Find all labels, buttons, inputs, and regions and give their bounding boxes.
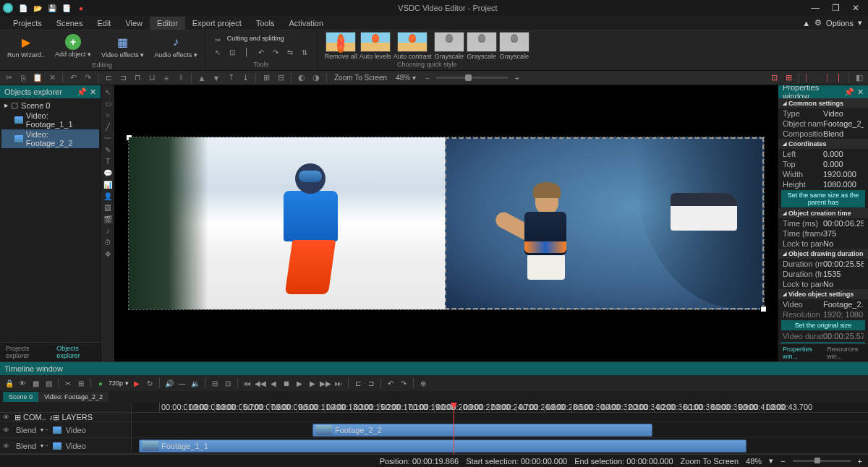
status-zoom-in[interactable]: + (858, 457, 862, 466)
tb-rec[interactable]: ⊡ (768, 72, 780, 84)
section-common[interactable]: Common settings (778, 98, 868, 108)
timeline-ruler[interactable]: 00:00:01.90000:00:03.80000:00:05.70000:0… (132, 403, 868, 413)
pin-icon[interactable]: 📌 (844, 87, 854, 97)
tb-paste[interactable]: 📋 (32, 72, 43, 84)
tl-lock[interactable]: 🔒 (4, 378, 14, 388)
pv-chart[interactable]: 📊 (103, 179, 113, 189)
tb-marker-2[interactable]: ⎹ (818, 72, 830, 84)
tb-order-3[interactable]: ⤒ (225, 72, 237, 84)
menu-view[interactable]: View (118, 17, 150, 30)
pv-line[interactable]: ╱ (103, 121, 113, 132)
tb-align-3[interactable]: ⊓ (132, 72, 143, 84)
tl-end[interactable]: ⏭ (333, 378, 344, 388)
pv-video[interactable]: 🎬 (103, 214, 113, 224)
tl-b5[interactable]: ⊡ (223, 378, 233, 388)
tl-next[interactable]: ▶ (307, 378, 318, 388)
tab-properties[interactable]: Properties win... (778, 344, 822, 361)
clip-1[interactable]: Footage_2_2 (312, 424, 652, 437)
zoom-value[interactable]: 48% ▾ (393, 74, 419, 82)
tb-order-1[interactable]: ▲ (196, 72, 208, 84)
timeline-tracks[interactable]: 00:00:01.90000:00:03.80000:00:05.70000:0… (132, 403, 868, 454)
tl-play2[interactable]: ▶ (294, 378, 305, 388)
style-remove-all[interactable]: Remove all (325, 32, 357, 60)
menu-tools[interactable]: Tools (249, 17, 282, 30)
tl-b3[interactable]: ⊞ (76, 378, 86, 388)
tl-vol[interactable]: — (177, 378, 187, 388)
tab-resources[interactable]: Resources win... (822, 344, 868, 361)
style-grayscale-3[interactable]: Grayscale (499, 32, 529, 60)
tl-rec[interactable]: ● (95, 378, 106, 388)
tb-marker-1[interactable]: ⎸ (804, 72, 815, 84)
track-header-2[interactable]: 👁 Blend ▾ ·· Video (0, 438, 131, 454)
status-zoom-slider[interactable] (793, 460, 851, 462)
tool-rotate-left[interactable]: ↶ (256, 47, 266, 57)
status-zoom-val[interactable]: 48% (746, 457, 762, 466)
tb-order-4[interactable]: ⤓ (239, 72, 251, 84)
section-draw[interactable]: Object drawing duration (778, 249, 868, 259)
track-header-1[interactable]: 👁 Blend ▾ ·· Video (0, 422, 131, 438)
help-icon[interactable]: ▲ (802, 19, 810, 27)
tb-redo[interactable]: ↷ (82, 72, 93, 84)
section-coords[interactable]: Coordinates (778, 139, 868, 149)
tb-cut[interactable]: ✂ (3, 72, 14, 84)
new-icon[interactable]: 📄 (19, 4, 27, 12)
close-panel-icon[interactable]: ✕ (857, 87, 864, 97)
tree-item-1[interactable]: Video: Footage_1_1 (1, 111, 99, 129)
video-effects-button[interactable]: ▦Video effects ▾ (98, 32, 147, 61)
style-auto-levels[interactable]: Auto levels (359, 32, 391, 60)
audio-effects-button[interactable]: ♪Audio effects ▾ (151, 32, 200, 61)
open-icon[interactable]: 📂 (33, 4, 42, 12)
tool-crop[interactable]: ⊡ (227, 47, 237, 57)
tb-delete[interactable]: ✕ (46, 72, 58, 84)
tb-align-6[interactable]: ⫴ (175, 72, 187, 84)
tb-color[interactable]: ◧ (854, 72, 865, 84)
section-video[interactable]: Video object settings (778, 289, 868, 299)
tb-tool-a[interactable]: ◐ (296, 72, 307, 84)
tb-snap[interactable]: ⊟ (275, 72, 286, 84)
pv-ellipse[interactable]: ○ (103, 110, 113, 120)
pv-pen[interactable]: ✎ (103, 145, 113, 155)
preview-canvas[interactable] (114, 85, 778, 361)
bc-clip[interactable]: Video: Footage_2_2 (38, 392, 109, 402)
menu-export[interactable]: Export project (185, 17, 249, 30)
btn-orig-size[interactable]: Set the original size (781, 320, 865, 330)
tb-tool-b[interactable]: ◑ (310, 72, 322, 84)
tb-copy[interactable]: ⎘ (17, 72, 29, 84)
tl-cut[interactable]: ✂ (63, 378, 73, 388)
canvas-selection[interactable] (128, 137, 765, 310)
tree-scene[interactable]: ▸ ▢Scene 0 (1, 100, 99, 111)
pv-image[interactable]: 🖼 (103, 202, 113, 213)
pv-person[interactable]: 👤 (103, 191, 113, 201)
tl-b1[interactable]: ▦ (30, 378, 41, 388)
tool-rotate-right[interactable]: ↷ (271, 47, 281, 57)
status-zoom-out[interactable]: − (780, 457, 785, 466)
tl-m4[interactable]: ↷ (399, 378, 409, 388)
add-object-button[interactable]: +Add object ▾ (52, 33, 94, 60)
zoom-in-icon[interactable]: + (511, 72, 523, 84)
tb-rec2[interactable]: ⊞ (783, 72, 794, 84)
pv-rect[interactable]: ▭ (103, 98, 113, 108)
tree-item-2[interactable]: Video: Footage_2_2 (1, 129, 99, 148)
tb-align-4[interactable]: ⊔ (146, 72, 158, 84)
options-dropdown-icon[interactable]: ▾ (858, 18, 862, 27)
pv-pointer[interactable]: ↖ (103, 87, 113, 97)
track-lane-1[interactable]: Footage_2_2 (132, 422, 868, 438)
tool-flip-v[interactable]: ⇅ (299, 47, 310, 57)
tb-align-2[interactable]: ⊐ (117, 72, 129, 84)
tl-speaker[interactable]: 🔉 (190, 378, 200, 388)
zoom-slider[interactable] (436, 77, 509, 79)
tl-m1[interactable]: ⊏ (353, 378, 363, 388)
eye-icon[interactable]: 👁 (3, 427, 12, 434)
pv-tooltip[interactable]: 💬 (103, 168, 113, 178)
bc-scene[interactable]: Scene 0 (3, 392, 38, 402)
tb-marker-3[interactable]: ⏐ (833, 72, 844, 84)
menu-activation[interactable]: Activation (281, 17, 331, 30)
tool-flip-h[interactable]: ⇋ (285, 47, 295, 57)
record-icon[interactable]: ● (77, 4, 85, 12)
menu-edit[interactable]: Edit (90, 17, 118, 30)
close-button[interactable]: ✕ (851, 3, 861, 13)
menu-projects[interactable]: Projects (6, 17, 49, 30)
tb-align-5[interactable]: ≡ (161, 72, 172, 84)
menu-editor[interactable]: Editor (150, 17, 185, 30)
pv-move[interactable]: ✥ (103, 249, 113, 259)
